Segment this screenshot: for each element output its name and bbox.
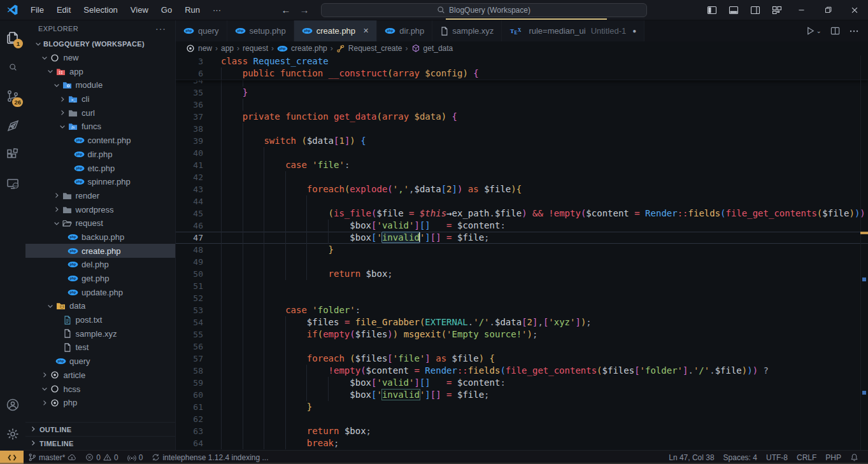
layout-panel-button[interactable] xyxy=(723,0,744,20)
activity-explorer[interactable]: 1 xyxy=(0,23,25,52)
tree-item-query[interactable]: phpquery xyxy=(25,355,175,369)
tab-query[interactable]: phpquery xyxy=(176,20,227,41)
tree-item-create-php[interactable]: phpcreate.php xyxy=(25,244,175,258)
layout-sidebar-right-button[interactable] xyxy=(744,0,766,20)
svg-text:>_: >_ xyxy=(71,97,76,102)
tree-item-request[interactable]: request xyxy=(25,216,175,230)
tree-item-new[interactable]: new xyxy=(25,51,175,65)
code-editor[interactable]: 3class Request_create6 public function _… xyxy=(176,55,868,450)
folder-data-icon xyxy=(56,302,66,310)
tree-item-test[interactable]: test xyxy=(25,341,175,355)
breadcrumb-item-app[interactable]: app xyxy=(221,44,234,53)
menu-item-go[interactable]: Go xyxy=(155,3,178,17)
activity-search[interactable] xyxy=(0,52,25,81)
breadcrumb-item-new[interactable]: new xyxy=(186,44,212,53)
tree-item-cli[interactable]: >_cli xyxy=(25,92,175,106)
tab-rule-median_ui[interactable]: TEXrule=median_uiUntitled-1● xyxy=(502,20,644,41)
tree-item-label: app xyxy=(69,67,83,76)
section-timeline[interactable]: TIMELINE xyxy=(25,436,175,450)
tab-secondary-label: Untitled-1 xyxy=(591,26,627,36)
tree-item-update-php[interactable]: phpupdate.php xyxy=(25,285,175,299)
tree-item-spinner-php[interactable]: phpspinner.php xyxy=(25,175,175,189)
tree-item-php[interactable]: php xyxy=(25,396,175,410)
status-indentation[interactable]: Spaces: 4 xyxy=(719,451,762,464)
tab-sample-xyz[interactable]: sample.xyz xyxy=(432,20,502,41)
status-encoding[interactable]: UTF-8 xyxy=(762,451,792,464)
tree-item-etc-php[interactable]: phpetc.php xyxy=(25,161,175,175)
folder-gray-icon xyxy=(62,192,73,200)
activity-run-debug[interactable] xyxy=(0,111,25,140)
tree-item-hcss[interactable]: hcss xyxy=(25,382,175,396)
php-icon: php xyxy=(74,165,85,172)
split-editor-button[interactable] xyxy=(830,26,840,36)
tree-item-content-php[interactable]: phpcontent.php xyxy=(25,134,175,148)
circle-icon xyxy=(50,384,60,393)
command-center-search[interactable]: BlogQuery (Workspace) xyxy=(321,3,647,17)
indent-guide xyxy=(243,232,243,244)
breadcrumb-item-Request_create[interactable]: Request_create xyxy=(336,44,402,53)
activity-accounts[interactable] xyxy=(0,390,25,419)
tree-item-wordpress[interactable]: wordpress xyxy=(25,202,175,216)
tree-item-post-txt[interactable]: post.txt xyxy=(25,313,175,327)
section-outline[interactable]: OUTLINE xyxy=(25,422,175,436)
tree-item-backup-php[interactable]: phpbackup.php xyxy=(25,230,175,244)
menu-item-run[interactable]: Run xyxy=(179,3,206,17)
layout-grid-button[interactable] xyxy=(766,0,788,20)
file-tree: BLOGQUERY (WORKSPACE)newappmodule>_clicu… xyxy=(25,37,175,422)
breadcrumb-item-create-php[interactable]: phpcreate.php xyxy=(277,44,327,53)
forward-arrow-icon[interactable]: → xyxy=(300,4,309,15)
layout-sidebar-left-button[interactable] xyxy=(701,0,723,20)
tree-item-get-php[interactable]: phpget.php xyxy=(25,272,175,286)
activity-extensions[interactable] xyxy=(0,140,25,169)
tree-item-funcs[interactable]: fxfuncs xyxy=(25,120,175,134)
tree-item-article[interactable]: article xyxy=(25,369,175,383)
run-button[interactable]: ⌄ xyxy=(806,26,822,36)
line-number: 54 xyxy=(176,316,203,328)
breadcrumb-item-get_data[interactable]: get_data xyxy=(411,44,453,53)
tree-item-dir-php[interactable]: phpdir.php xyxy=(25,148,175,162)
php-icon: php xyxy=(74,178,85,185)
explorer-more-actions[interactable]: ··· xyxy=(155,24,166,34)
indent-guide xyxy=(243,316,243,328)
status-language-status[interactable]: intelephense 1.12.4 indexing ... xyxy=(147,451,273,464)
tree-item-sample-xyz[interactable]: sample.xyz xyxy=(25,327,175,341)
minimize-button[interactable] xyxy=(788,0,815,20)
status-remote-indicator[interactable] xyxy=(0,451,24,464)
restore-button[interactable] xyxy=(815,0,841,20)
tab-dir-php[interactable]: phpdir.php xyxy=(377,20,432,41)
tab-create-php[interactable]: phpcreate.php✕ xyxy=(294,20,378,41)
overview-ruler[interactable] xyxy=(860,55,868,450)
breadcrumb-item-request[interactable]: request xyxy=(243,44,268,53)
activity-source-control[interactable]: 26 xyxy=(0,81,25,111)
tree-item-app[interactable]: app xyxy=(25,64,175,78)
tree-item-curl[interactable]: curl xyxy=(25,106,175,120)
tree-item-del-php[interactable]: phpdel.php xyxy=(25,258,175,272)
status-eol[interactable]: CRLF xyxy=(792,451,821,464)
tree-item-label: backup.php xyxy=(82,232,124,242)
status-notifications[interactable] xyxy=(846,451,863,464)
menu-item-selection[interactable]: Selection xyxy=(78,3,123,17)
indent-guide xyxy=(264,244,264,256)
menu-item-file[interactable]: File xyxy=(25,3,50,17)
tree-item-module[interactable]: module xyxy=(25,78,175,92)
status-cursor-position[interactable]: Ln 47, Col 38 xyxy=(664,451,718,464)
activity-settings[interactable] xyxy=(0,419,25,449)
tree-item-render[interactable]: render xyxy=(25,189,175,203)
tree-item-data[interactable]: data xyxy=(25,299,175,313)
tab-setup-php[interactable]: phpsetup.php xyxy=(227,20,294,41)
status-language-mode[interactable]: PHP xyxy=(821,451,846,464)
svg-text:E: E xyxy=(515,30,518,35)
workspace-root[interactable]: BLOGQUERY (WORKSPACE) xyxy=(25,37,175,51)
file-txt-icon xyxy=(63,316,71,325)
status-ports[interactable]: 0 xyxy=(123,451,148,464)
activity-remote-explorer[interactable]: >< xyxy=(0,169,25,199)
close-button[interactable] xyxy=(841,0,868,20)
close-tab-icon[interactable]: ✕ xyxy=(363,27,369,35)
more-actions-button[interactable] xyxy=(849,26,859,36)
menu-item-moremoremore[interactable]: ··· xyxy=(207,3,227,17)
menu-item-edit[interactable]: Edit xyxy=(51,3,76,17)
status-problems[interactable]: 00 xyxy=(81,451,122,464)
status-git-branch[interactable]: master* xyxy=(24,451,81,464)
menu-item-view[interactable]: View xyxy=(125,3,154,17)
back-arrow-icon[interactable]: ← xyxy=(281,4,291,15)
